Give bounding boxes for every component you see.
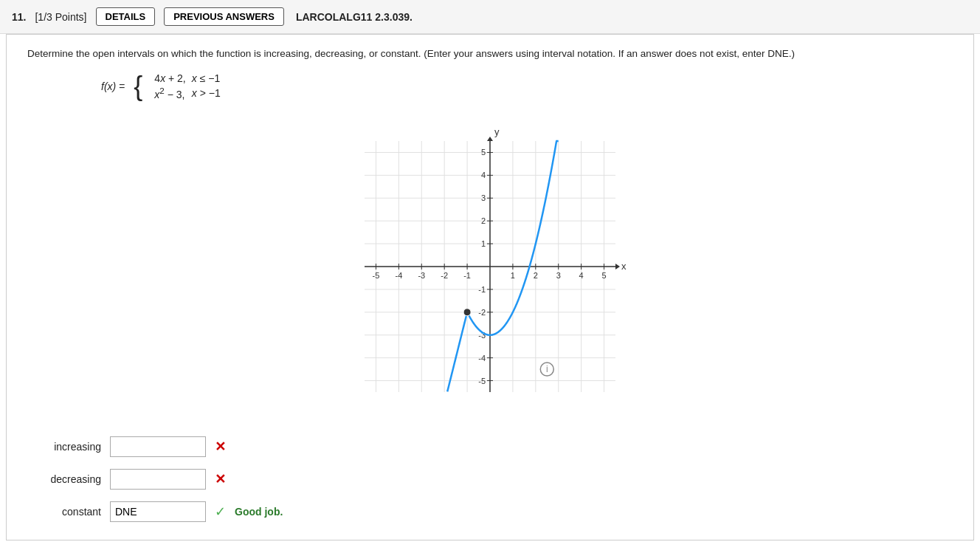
constant-input[interactable]: [110, 501, 206, 522]
points-label: [1/3 Points]: [35, 11, 86, 23]
problem-id: LARCOLALG11 2.3.039.: [296, 11, 413, 23]
piece2-formula: x2 − 3,: [151, 85, 188, 101]
piecewise-table: 4x + 2, x ≤ −1 x2 − 3, x > −1: [151, 72, 223, 101]
details-button[interactable]: DETAILS: [96, 7, 156, 26]
decreasing-input[interactable]: [110, 469, 206, 490]
function-label: f(x) =: [101, 80, 125, 92]
constant-correct-icon: ✓: [215, 504, 226, 520]
constant-label: constant: [42, 506, 101, 518]
increasing-row: increasing ✕: [42, 436, 953, 457]
answers-section: increasing ✕ decreasing ✕ constant ✓ Goo…: [42, 436, 953, 522]
piece1-formula: 4x + 2,: [151, 72, 188, 85]
graph-container: [27, 111, 953, 422]
function-graph: [335, 111, 645, 422]
brace-icon: {: [134, 73, 142, 100]
problem-statement: Determine the open intervals on which th…: [27, 47, 953, 61]
function-definition: f(x) = { 4x + 2, x ≤ −1 x2 − 3, x > −1: [101, 72, 953, 101]
question-number: 11.: [12, 11, 26, 23]
decreasing-label: decreasing: [42, 473, 101, 485]
increasing-label: increasing: [42, 441, 101, 453]
piece2-condition: x > −1: [189, 85, 224, 101]
increasing-input[interactable]: [110, 436, 206, 457]
content-area: Determine the open intervals on which th…: [6, 34, 974, 540]
increasing-wrong-icon: ✕: [215, 439, 226, 455]
piece1-condition: x ≤ −1: [189, 72, 224, 85]
decreasing-wrong-icon: ✕: [215, 471, 226, 487]
good-job-text: Good job.: [235, 506, 283, 518]
decreasing-row: decreasing ✕: [42, 469, 953, 490]
constant-row: constant ✓ Good job.: [42, 501, 953, 522]
header-bar: 11. [1/3 Points] DETAILS PREVIOUS ANSWER…: [0, 0, 980, 34]
previous-answers-button[interactable]: PREVIOUS ANSWERS: [164, 7, 284, 26]
